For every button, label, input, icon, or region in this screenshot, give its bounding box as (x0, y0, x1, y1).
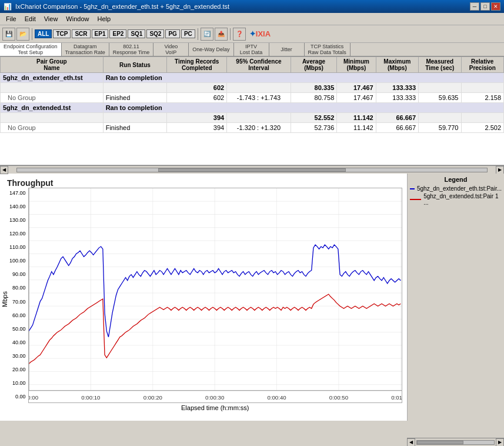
file1-total-status (103, 83, 167, 93)
file2-total-rp (461, 113, 504, 123)
tag-sq1[interactable]: SQ1 (128, 29, 145, 38)
tag-ep1[interactable]: EP1 (92, 29, 109, 38)
title-bar-controls: ─ □ ✕ (470, 2, 500, 11)
file2-group-name: No Group (1, 123, 104, 133)
scroll-left-btn[interactable]: ◀ (0, 166, 8, 174)
file1-group-status: Finished (103, 93, 167, 103)
table-row: 5ghz_dn_extended.tst Ran to completion (1, 103, 504, 113)
toolbar-help[interactable]: ❓ (233, 28, 246, 41)
file1-group-rp: 2.158 (461, 93, 504, 103)
file1-total-mtime (419, 83, 461, 93)
tab-80211[interactable]: 802.11 Response Time (109, 43, 154, 56)
close-button[interactable]: ✕ (491, 2, 500, 11)
tag-all[interactable]: ALL (35, 29, 52, 38)
tag-scr[interactable]: SCR (72, 29, 90, 38)
file1-name: 5ghz_dn_extender_eth.tst (1, 73, 104, 83)
tag-pc[interactable]: PC (181, 29, 195, 38)
menu-window[interactable]: Window (62, 14, 92, 24)
tab-tcp-stats[interactable]: TCP Statistics Raw Data Totals (305, 43, 351, 56)
tab-datagram[interactable]: Datagram Transaction Rate (62, 43, 109, 56)
file2-group-ci: -1.320 : +1.320 (227, 123, 291, 133)
menu-edit[interactable]: Edit (21, 14, 39, 24)
scroll-right-btn[interactable]: ▶ (496, 166, 504, 174)
window-title: IxChariot Comparison - 5ghz_dn_extender_… (15, 3, 229, 10)
y-tick: 20.00 (12, 367, 26, 372)
x-tick: 0:00:50 (329, 394, 348, 401)
x-tick: 0:00:40 (267, 394, 286, 401)
tab-endpoint-config[interactable]: Endpoint Configuration Test Setup (0, 43, 62, 56)
x-axis-label: Elapsed time (h:mm:ss) (28, 403, 402, 411)
legend-label-2: 5ghz_dn_extended.tst:Pair 1 ... (423, 193, 502, 206)
y-tick: 120.00 (9, 231, 26, 237)
y-tick: 140.00 (9, 204, 26, 209)
col-maximum: Maximum(Mbps) (376, 57, 418, 73)
y-tick: 0.00 (15, 394, 26, 400)
chart-inner: Mbps 147.00 140.00 130.00 120.00 110.00 … (0, 188, 407, 411)
maximize-button[interactable]: □ (480, 2, 490, 11)
col-average: Average(Mbps) (291, 57, 336, 73)
tab-iptv[interactable]: IPTV Lost Data (234, 43, 269, 56)
col-relative-precision: RelativePrecision (461, 57, 504, 73)
y-tick: 10.00 (12, 380, 26, 386)
file1-total-rp (461, 83, 504, 93)
file2-total-status (103, 113, 167, 123)
x-tick: 0:00:30 (205, 394, 224, 401)
legend-item-2: 5ghz_dn_extended.tst:Pair 1 ... (410, 193, 502, 206)
tag-pg[interactable]: PG (165, 29, 179, 38)
legend-panel: Legend 5ghz_dn_extender_eth.tst:Pair... … (407, 174, 504, 421)
col-run-status: Run Status (103, 57, 167, 73)
table-row: No Group Finished 602 -1.743 : +1.743 80… (1, 93, 504, 103)
toolbar-open[interactable]: 📂 (16, 28, 29, 41)
file2-group-status: Finished (103, 123, 167, 133)
tag-tcp[interactable]: TCP (53, 29, 71, 38)
toolbar-sep2 (198, 28, 198, 40)
file1-total-avg: 80.335 (291, 83, 336, 93)
x-tick: 0:01:00 (391, 394, 402, 401)
scroll-thumb[interactable] (158, 168, 346, 172)
tab-video[interactable]: Video VoIP (153, 43, 189, 56)
tag-ep2[interactable]: EP2 (109, 29, 126, 38)
toolbar-refresh[interactable]: 🔄 (201, 28, 213, 41)
file2-status-header: Ran to completion (103, 103, 503, 113)
title-bar-left: 📊 IxChariot Comparison - 5ghz_dn_extende… (4, 3, 229, 11)
file2-group-records: 394 (167, 123, 227, 133)
tab-one-way-delay[interactable]: One-Way Delay (189, 43, 233, 56)
file2-group-min: 11.142 (337, 123, 376, 133)
ixia-logo: ✦IXIA (249, 29, 271, 38)
x-tick: 0:00:00 (28, 394, 38, 401)
data-table-area: Pair GroupName Run Status Timing Records… (0, 56, 504, 165)
tab-jitter[interactable]: Jitter (269, 43, 305, 56)
file2-total-label (1, 113, 104, 123)
col-pair-group: Pair GroupName (1, 57, 104, 73)
legend-label-1: 5ghz_dn_extender_eth.tst:Pair... (417, 185, 502, 192)
app-icon: 📊 (4, 3, 12, 11)
toolbar-export[interactable]: 📤 (215, 28, 228, 41)
y-tick: 90.00 (12, 271, 26, 277)
file2-total-ci (227, 113, 291, 123)
table-row: No Group Finished 394 -1.320 : +1.320 52… (1, 123, 504, 133)
toolbar-save[interactable]: 💾 (2, 28, 15, 41)
menu-bar: File Edit View Window Help (0, 13, 504, 25)
y-tick: 50.00 (12, 326, 26, 332)
table-row: 5ghz_dn_extender_eth.tst Ran to completi… (1, 73, 504, 83)
horizontal-scrollbar[interactable]: ◀ ▶ (0, 165, 504, 174)
file1-group-avg: 80.758 (291, 93, 336, 103)
menu-help[interactable]: Help (94, 14, 114, 24)
col-timing-records: Timing RecordsCompleted (167, 57, 227, 73)
tab-endpoint-bottom: Test Setup (18, 49, 44, 55)
file2-group-max: 66.667 (376, 123, 418, 133)
toolbar: 💾 📂 ALL TCP SCR EP1 EP2 SQ1 SQ2 PG PC 🔄 … (0, 25, 504, 43)
chart-plot-area: 0:00:00 0:00:10 0:00:20 0:00:30 0:00:40 … (28, 188, 402, 411)
chart-svg: 0:00:00 0:00:10 0:00:20 0:00:30 0:00:40 … (28, 188, 402, 403)
file1-group-ci: -1.743 : +1.743 (227, 93, 291, 103)
file1-group-min: 17.467 (337, 93, 376, 103)
y-tick: 100.00 (9, 258, 26, 264)
x-tick: 0:00:10 (81, 394, 100, 401)
menu-file[interactable]: File (2, 14, 20, 24)
menu-view[interactable]: View (41, 14, 62, 24)
file2-total-records: 394 (167, 113, 227, 123)
file1-group-name: No Group (1, 93, 104, 103)
tag-sq2[interactable]: SQ2 (146, 29, 164, 38)
minimize-button[interactable]: ─ (470, 2, 479, 11)
file2-total-max: 66.667 (376, 113, 418, 123)
